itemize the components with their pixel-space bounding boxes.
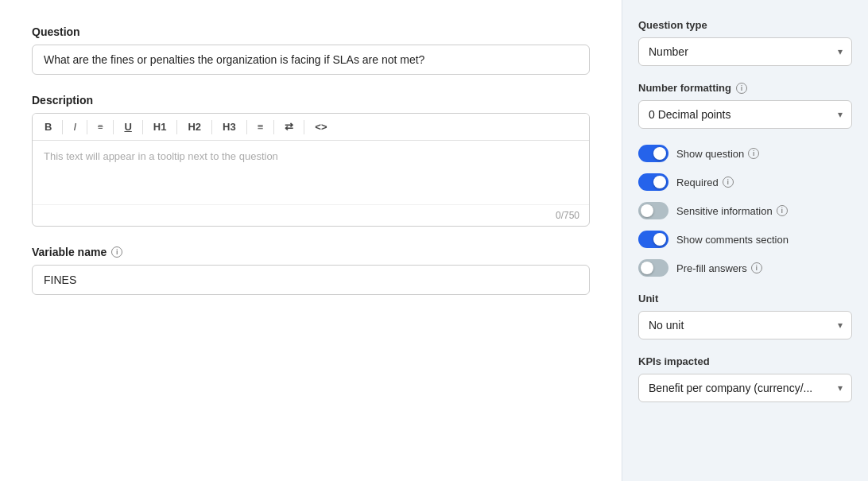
required-label: Required i	[676, 176, 734, 188]
h2-button[interactable]: H2	[182, 118, 207, 135]
h3-button[interactable]: H3	[217, 118, 242, 135]
comments-toggle[interactable]	[638, 231, 668, 248]
show-question-info-icon: i	[748, 148, 759, 159]
toolbar-separator-4	[142, 120, 143, 134]
toggle-row-sensitive: Sensitive information i	[638, 202, 852, 219]
description-label: Description	[32, 94, 590, 107]
required-toggle[interactable]	[638, 173, 668, 191]
toolbar-separator-3	[113, 120, 114, 134]
question-label: Question	[32, 25, 590, 38]
question-type-section: Question type Number Text Date Boolean ▾	[638, 19, 852, 66]
editor-toolbar: B I ≡ U H1 H2 H3 ≡ ⇄ <>	[33, 114, 589, 141]
unit-select[interactable]: No unit USD EUR GBP	[638, 311, 852, 339]
left-panel: Question Description B I ≡ U H1 H2 H3	[0, 0, 622, 481]
unit-select-wrapper: No unit USD EUR GBP ▾	[638, 311, 852, 339]
ordered-list-button[interactable]: ⇄	[279, 118, 299, 135]
toggle-row-show-question: Show question i	[638, 145, 852, 162]
toggle-row-comments: Show comments section	[638, 231, 852, 248]
kpis-select[interactable]: Benefit per company (currency/...	[638, 374, 852, 402]
description-editor: B I ≡ U H1 H2 H3 ≡ ⇄ <> T	[32, 113, 590, 227]
variable-input[interactable]	[32, 265, 590, 295]
required-info-icon: i	[723, 176, 734, 188]
underline-button[interactable]: U	[118, 118, 137, 135]
question-type-label: Question type	[638, 19, 852, 31]
toolbar-separator-5	[176, 120, 177, 134]
toolbar-separator-6	[211, 120, 212, 134]
kpis-label: KPIs impacted	[638, 355, 852, 367]
prefill-toggle[interactable]	[638, 259, 668, 277]
description-body[interactable]: This text will appear in a tooltip next …	[33, 141, 589, 204]
unit-section: Unit No unit USD EUR GBP ▾	[638, 293, 852, 339]
italic-button[interactable]: I	[68, 118, 82, 135]
bold-button[interactable]: B	[39, 118, 57, 135]
description-field-group: Description B I ≡ U H1 H2 H3 ≡ ⇄	[32, 94, 590, 227]
sensitive-toggle[interactable]	[638, 202, 668, 219]
question-field-group: Question	[32, 25, 590, 75]
show-question-label: Show question i	[676, 148, 759, 160]
toolbar-separator-7	[246, 120, 247, 134]
variable-label: Variable name i	[32, 246, 590, 258]
number-formatting-select[interactable]: 0 Decimal points 1 Decimal point 2 Decim…	[638, 100, 852, 129]
sensitive-info-icon: i	[777, 205, 788, 216]
prefill-label: Pre-fill answers i	[676, 262, 762, 274]
question-type-select[interactable]: Number Text Date Boolean	[638, 37, 852, 66]
show-question-toggle[interactable]	[638, 145, 668, 162]
comments-label: Show comments section	[676, 234, 789, 246]
toggles-section: Show question i Required i	[638, 145, 852, 277]
right-panel: Question type Number Text Date Boolean ▾…	[622, 0, 868, 481]
kpis-section: KPIs impacted Benefit per company (curre…	[638, 355, 852, 402]
number-formatting-section: Number formatting i 0 Decimal points 1 D…	[638, 82, 852, 129]
sensitive-label: Sensitive information i	[676, 205, 788, 217]
strikethrough-button[interactable]: ≡	[92, 119, 108, 134]
variable-info-icon: i	[111, 246, 122, 258]
question-type-select-wrapper: Number Text Date Boolean ▾	[638, 37, 852, 66]
toolbar-separator-2	[87, 120, 87, 134]
number-formatting-label: Number formatting i	[638, 82, 852, 94]
kpis-select-wrapper: Benefit per company (currency/... ▾	[638, 374, 852, 402]
bullet-list-button[interactable]: ≡	[252, 118, 269, 135]
question-input[interactable]	[32, 45, 590, 75]
toolbar-separator-8	[273, 120, 274, 134]
number-formatting-info-icon: i	[736, 83, 747, 94]
toolbar-separator-9	[304, 120, 304, 134]
h1-button[interactable]: H1	[148, 118, 172, 135]
toggle-row-required: Required i	[638, 173, 852, 191]
char-count: 0/750	[33, 204, 589, 226]
code-button[interactable]: <>	[309, 118, 332, 135]
prefill-info-icon: i	[751, 262, 762, 273]
toolbar-separator-1	[62, 120, 63, 134]
toggle-row-prefill: Pre-fill answers i	[638, 259, 852, 277]
unit-label: Unit	[638, 293, 852, 305]
number-formatting-select-wrapper: 0 Decimal points 1 Decimal point 2 Decim…	[638, 100, 852, 129]
variable-field-group: Variable name i	[32, 246, 590, 295]
